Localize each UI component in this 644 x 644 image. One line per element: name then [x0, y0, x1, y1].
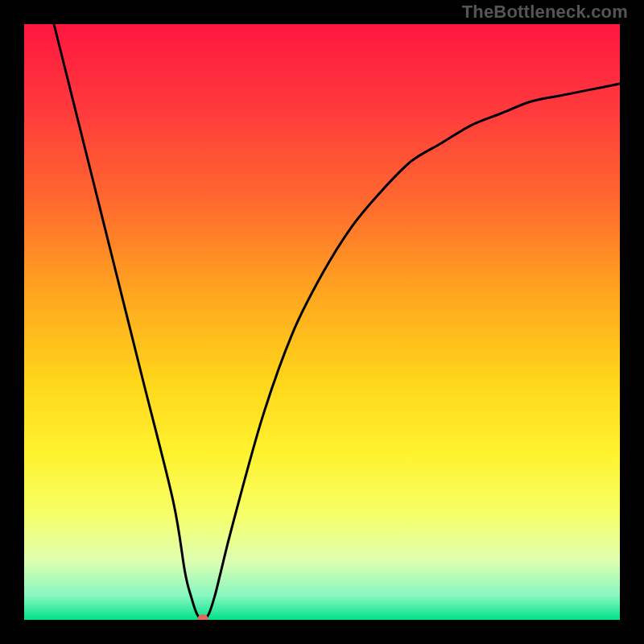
plot-area: [24, 24, 620, 620]
watermark-text: TheBottleneck.com: [462, 2, 628, 23]
gradient-rect: [24, 24, 620, 620]
chart-svg: [24, 24, 620, 620]
chart-frame: TheBottleneck.com: [0, 0, 644, 644]
